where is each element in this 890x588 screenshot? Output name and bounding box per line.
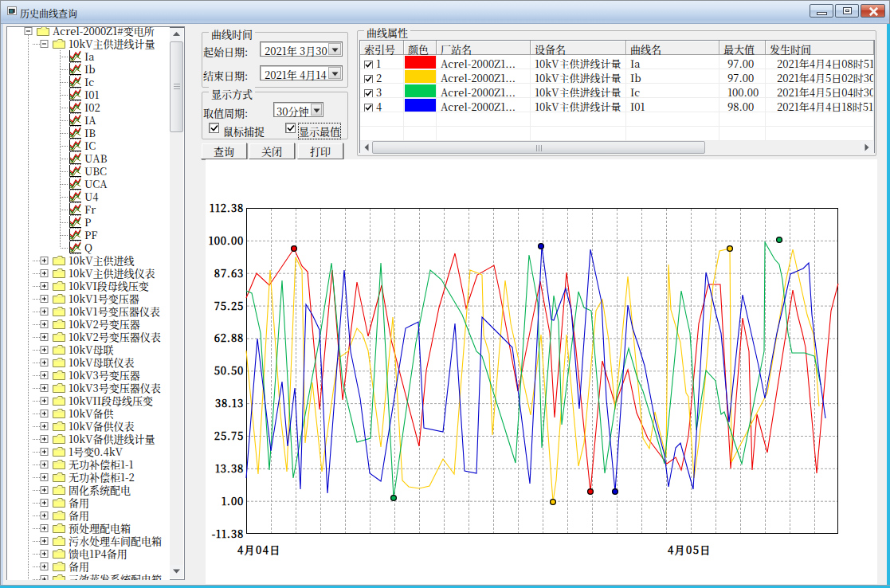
svg-text:4月05日: 4月05日 (668, 542, 712, 557)
svg-text:-11.38: -11.38 (212, 526, 244, 541)
svg-text:三效蒸发系统配电箱: 三效蒸发系统配电箱 (69, 571, 162, 581)
svg-text:1.00: 1.00 (222, 493, 244, 508)
svg-text:50.50: 50.50 (214, 363, 244, 378)
svg-text:10kV主供进线计量: 10kV主供进线计量 (69, 36, 155, 51)
svg-text:62.88: 62.88 (214, 330, 244, 345)
svg-text:38.13: 38.13 (215, 395, 244, 410)
svg-text:25.75: 25.75 (214, 428, 244, 443)
svg-text:87.63: 87.63 (214, 265, 244, 280)
svg-text:13.38: 13.38 (215, 461, 244, 476)
svg-text:112.38: 112.38 (210, 200, 244, 215)
svg-text:75.25: 75.25 (214, 298, 244, 313)
svg-text:100.00: 100.00 (209, 233, 244, 248)
svg-text:4月04日: 4月04日 (237, 542, 281, 557)
